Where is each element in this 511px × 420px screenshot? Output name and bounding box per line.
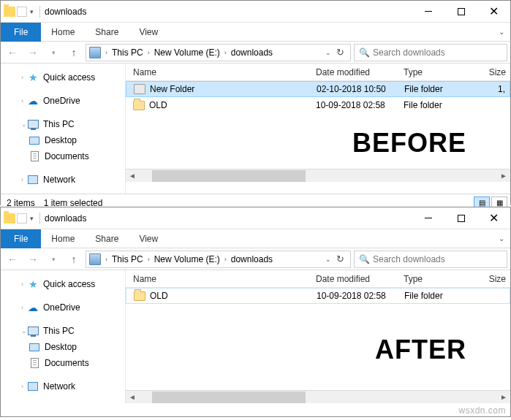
crumb-folder[interactable]: downloads xyxy=(230,47,274,58)
qat-placeholder-icon xyxy=(17,7,27,17)
address-dropdown-icon[interactable]: ⌄ xyxy=(325,256,331,263)
qat-dropdown-icon[interactable]: ▾ xyxy=(29,215,35,222)
close-button[interactable]: ✕ xyxy=(477,1,510,22)
pc-icon xyxy=(27,325,39,337)
sidebar-item-network[interactable]: › Network xyxy=(1,378,125,394)
expand-icon[interactable]: › xyxy=(15,304,23,311)
file-tab[interactable]: File xyxy=(1,229,41,248)
sidebar-item-documents[interactable]: Documents xyxy=(1,355,125,371)
collapse-icon[interactable]: ⌄ xyxy=(15,327,23,335)
star-icon: ★ xyxy=(27,278,39,290)
crumb-volume[interactable]: New Volume (E:) xyxy=(153,47,222,58)
ribbon: File Home Share View ⌄ xyxy=(1,23,510,42)
search-placeholder: Search downloads xyxy=(373,47,445,58)
minimize-button[interactable] xyxy=(412,207,444,229)
sidebar-item-onedrive[interactable]: › ☁ OneDrive xyxy=(1,93,125,109)
sidebar-item-desktop[interactable]: Desktop xyxy=(1,339,125,355)
view-tab[interactable]: View xyxy=(129,234,168,244)
refresh-button[interactable]: ↻ xyxy=(331,45,349,61)
maximize-button[interactable] xyxy=(444,207,477,229)
back-button[interactable]: ← xyxy=(4,251,21,268)
column-date[interactable]: Date modified xyxy=(316,274,404,284)
maximize-button[interactable] xyxy=(444,1,477,22)
column-type[interactable]: Type xyxy=(404,274,474,284)
expand-icon[interactable]: › xyxy=(15,176,23,183)
scroll-thumb[interactable] xyxy=(152,392,306,403)
search-input[interactable]: 🔍 Search downloads xyxy=(354,251,507,268)
chevron-right-icon[interactable]: › xyxy=(145,256,153,263)
scroll-left-button[interactable]: ◄ xyxy=(126,391,139,404)
navigation-bar: ← → ▾ ↑ › This PC › New Volume (E:) › do… xyxy=(1,42,510,64)
qat-dropdown-icon[interactable]: ▾ xyxy=(29,8,35,15)
scroll-right-button[interactable]: ► xyxy=(497,391,510,404)
up-button[interactable]: ↑ xyxy=(65,251,83,268)
column-name[interactable]: Name xyxy=(126,67,316,77)
table-row[interactable]: New Folder 02-10-2018 10:50 File folder … xyxy=(126,81,510,97)
column-date[interactable]: Date modified xyxy=(316,67,404,77)
chevron-right-icon[interactable]: › xyxy=(102,49,110,56)
crumb-volume[interactable]: New Volume (E:) xyxy=(153,254,222,264)
view-tab[interactable]: View xyxy=(129,27,168,37)
scroll-left-button[interactable]: ◄ xyxy=(126,169,139,183)
share-tab[interactable]: Share xyxy=(85,27,129,37)
address-bar[interactable]: › This PC › New Volume (E:) › downloads … xyxy=(86,251,351,268)
sidebar-item-quick-access[interactable]: › ★ Quick access xyxy=(1,69,125,85)
crumb-this-pc[interactable]: This PC xyxy=(110,254,145,264)
watermark: wsxdn.com xyxy=(458,405,506,416)
app-icon xyxy=(4,213,15,224)
back-button[interactable]: ← xyxy=(4,44,21,61)
column-name[interactable]: Name xyxy=(126,274,316,284)
desktop-icon xyxy=(29,134,40,146)
home-tab[interactable]: Home xyxy=(41,27,85,37)
sidebar-item-quick-access[interactable]: › ★ Quick access xyxy=(1,276,125,292)
expand-icon[interactable]: › xyxy=(15,383,23,390)
window-title: downloads xyxy=(45,213,86,224)
chevron-right-icon[interactable]: › xyxy=(222,49,230,56)
expand-icon[interactable]: › xyxy=(15,74,23,81)
crumb-folder[interactable]: downloads xyxy=(230,254,274,264)
share-tab[interactable]: Share xyxy=(85,234,129,244)
sidebar-item-onedrive[interactable]: › ☁ OneDrive xyxy=(1,299,125,316)
column-size[interactable]: Size xyxy=(474,274,510,284)
close-button[interactable]: ✕ xyxy=(477,207,510,229)
folder-icon xyxy=(134,84,145,94)
horizontal-scrollbar[interactable]: ◄ ► xyxy=(126,390,510,403)
ribbon-collapse-icon[interactable]: ⌄ xyxy=(499,234,504,243)
sidebar-item-desktop[interactable]: Desktop xyxy=(1,132,125,148)
column-headers: Name Date modified Type Size xyxy=(126,64,510,81)
horizontal-scrollbar[interactable]: ◄ ► xyxy=(126,169,510,182)
recent-dropdown-icon[interactable]: ▾ xyxy=(45,251,62,268)
sidebar-item-documents[interactable]: Documents xyxy=(1,148,125,164)
address-dropdown-icon[interactable]: ⌄ xyxy=(325,49,331,56)
qat-placeholder-icon xyxy=(17,213,27,224)
crumb-this-pc[interactable]: This PC xyxy=(110,47,145,58)
chevron-right-icon[interactable]: › xyxy=(145,49,153,56)
up-button[interactable]: ↑ xyxy=(65,44,83,61)
sidebar-item-this-pc[interactable]: ⌄ This PC xyxy=(1,116,125,132)
expand-icon[interactable]: › xyxy=(15,280,23,288)
refresh-button[interactable]: ↻ xyxy=(331,251,349,267)
forward-button[interactable]: → xyxy=(24,44,42,61)
chevron-right-icon[interactable]: › xyxy=(102,256,110,263)
home-tab[interactable]: Home xyxy=(41,234,85,244)
sidebar-item-this-pc[interactable]: ⌄ This PC xyxy=(1,323,125,339)
ribbon-collapse-icon[interactable]: ⌄ xyxy=(499,28,504,36)
table-row[interactable]: OLD 10-09-2018 02:58 File folder xyxy=(126,97,510,113)
search-input[interactable]: 🔍 Search downloads xyxy=(354,44,507,61)
table-row[interactable]: OLD 10-09-2018 02:58 File folder xyxy=(126,288,510,304)
recent-dropdown-icon[interactable]: ▾ xyxy=(45,44,62,61)
chevron-right-icon[interactable]: › xyxy=(222,256,230,263)
scroll-right-button[interactable]: ► xyxy=(497,169,510,183)
folder-icon xyxy=(134,291,145,301)
pc-icon xyxy=(89,253,101,265)
forward-button[interactable]: → xyxy=(24,251,42,268)
collapse-icon[interactable]: ⌄ xyxy=(15,121,23,128)
expand-icon[interactable]: › xyxy=(15,97,23,104)
scroll-thumb[interactable] xyxy=(152,170,306,182)
file-tab[interactable]: File xyxy=(1,23,41,42)
column-size[interactable]: Size xyxy=(474,67,510,77)
sidebar-item-network[interactable]: › Network xyxy=(1,172,125,188)
address-bar[interactable]: › This PC › New Volume (E:) › downloads … xyxy=(86,44,351,61)
column-type[interactable]: Type xyxy=(404,67,474,77)
minimize-button[interactable] xyxy=(412,1,444,22)
